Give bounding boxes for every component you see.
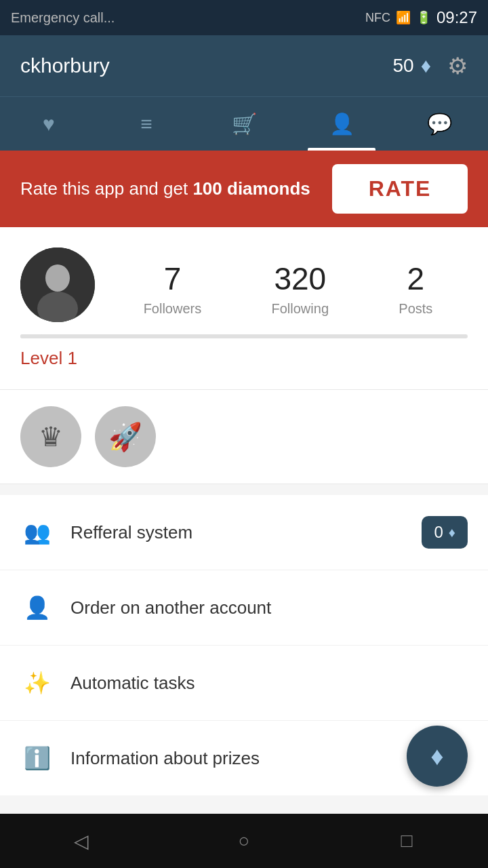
settings-icon[interactable]: ⚙ [447, 52, 468, 79]
rocket-icon: 🚀 [108, 421, 142, 453]
diamond-icon: ♦ [421, 54, 431, 77]
status-bar: Emergency call... NFC 📶 🔋 09:27 [0, 0, 488, 35]
followers-label: Followers [144, 301, 202, 317]
badges-section: ♛ 🚀 [0, 390, 488, 484]
bottom-nav: ◁ ○ □ [0, 814, 488, 868]
posts-count: 2 [407, 260, 425, 297]
username-label: ckhorbury [20, 54, 110, 77]
rate-banner-text: Rate this app and get 100 diamonds [20, 176, 332, 201]
profile-row: 7 Followers 320 Following 2 Posts [20, 248, 468, 322]
profile-icon: 👤 [329, 112, 354, 136]
fab-diamond-button[interactable]: ♦ [407, 726, 468, 787]
bottom-home-button[interactable]: ○ [224, 821, 264, 861]
referral-diamond-icon: ♦ [449, 525, 455, 540]
status-bar-time: 09:27 [436, 8, 477, 27]
nav-bar: ♥ ≡ 🛒 👤 💬 [0, 96, 488, 151]
nav-menu[interactable]: ≡ [98, 97, 195, 151]
posts-stat[interactable]: 2 Posts [399, 260, 432, 317]
rate-banner: Rate this app and get 100 diamonds RATE [0, 151, 488, 227]
avatar[interactable] [20, 248, 95, 322]
followers-stat[interactable]: 7 Followers [144, 260, 202, 317]
nav-messages[interactable]: 💬 [390, 97, 488, 151]
following-label: Following [272, 301, 329, 317]
home-icon: ○ [239, 830, 250, 852]
status-bar-icons: NFC 📶 🔋 09:27 [365, 8, 477, 27]
app-header: ckhorbury 50 ♦ ⚙ [0, 35, 488, 96]
following-stat[interactable]: 320 Following [272, 260, 329, 317]
level-progress-bar [20, 334, 468, 338]
badge-crown[interactable]: ♛ [20, 406, 81, 467]
back-icon: ◁ [74, 830, 89, 852]
diamond-count: 50 ♦ [393, 54, 431, 77]
referral-badge-value: 0 [434, 523, 443, 542]
automatic-tasks-label: Automatic tasks [70, 673, 468, 694]
fab-diamond-icon: ♦ [430, 742, 443, 771]
recent-icon: □ [401, 830, 413, 852]
followers-count: 7 [164, 260, 182, 297]
prizes-icon: ℹ️ [20, 741, 54, 775]
divider-2 [0, 484, 488, 484]
rate-button[interactable]: RATE [332, 164, 468, 214]
another-account-label: Order on another account [70, 597, 468, 618]
profile-section: 7 Followers 320 Following 2 Posts Level … [0, 227, 488, 389]
nfc-icon: NFC [365, 11, 390, 25]
referral-badge: 0 ♦ [422, 516, 468, 549]
nav-basket[interactable]: 🛒 [195, 97, 293, 151]
referral-label: Refferal system [70, 522, 405, 543]
badge-rocket[interactable]: 🚀 [95, 406, 156, 467]
avatar-image [20, 248, 95, 322]
battery-icon: 🔋 [416, 10, 431, 25]
status-bar-left-text: Emergency call... [11, 10, 115, 26]
referral-menu-item[interactable]: 👥 Refferal system 0 ♦ [0, 495, 488, 570]
basket-icon: 🛒 [232, 112, 257, 136]
level-progress-fill [20, 334, 43, 338]
automatic-tasks-menu-item[interactable]: ✨ Automatic tasks [0, 646, 488, 721]
heart-icon: ♥ [43, 113, 55, 136]
crown-icon: ♛ [39, 421, 63, 452]
another-account-icon: 👤 [20, 591, 54, 625]
diamond-count-value: 50 [393, 55, 414, 77]
nav-favorites[interactable]: ♥ [0, 97, 98, 151]
posts-label: Posts [399, 301, 432, 317]
signal-icon: 📶 [396, 10, 411, 25]
automatic-tasks-icon: ✨ [20, 666, 54, 700]
messages-icon: 💬 [427, 112, 452, 136]
following-count: 320 [274, 260, 326, 297]
nav-profile[interactable]: 👤 [293, 97, 390, 151]
referral-icon: 👥 [20, 515, 54, 549]
menu-icon: ≡ [140, 113, 152, 136]
bottom-recent-button[interactable]: □ [386, 821, 427, 861]
bottom-back-button[interactable]: ◁ [61, 821, 102, 861]
svg-point-1 [45, 264, 70, 292]
another-account-menu-item[interactable]: 👤 Order on another account [0, 570, 488, 646]
stats-row: 7 Followers 320 Following 2 Posts [108, 254, 468, 317]
level-label: Level 1 [20, 348, 468, 369]
header-right: 50 ♦ ⚙ [393, 52, 468, 79]
